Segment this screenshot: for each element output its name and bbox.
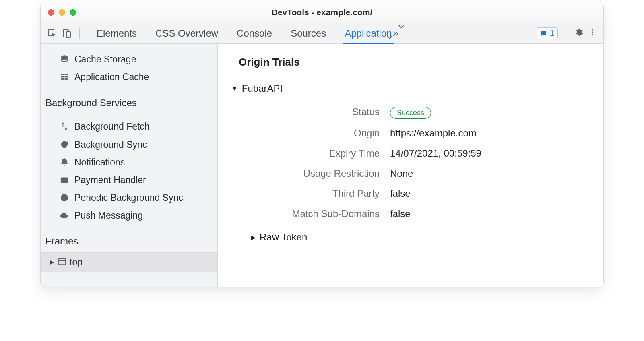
sidebar-label: Push Messaging — [74, 209, 143, 222]
frames-heading: Frames — [41, 229, 217, 252]
credit-card-icon — [59, 175, 70, 185]
settings-button[interactable] — [574, 28, 583, 39]
usage-value: None — [390, 168, 582, 179]
frame-icon — [58, 257, 66, 268]
application-sidebar: Cache Storage Application Cache Backgrou… — [41, 44, 218, 287]
devtools-toolbar: Elements CSS Overview Console Sources Ap… — [41, 23, 603, 44]
sidebar-label: Cache Storage — [74, 53, 136, 66]
sidebar-label: Payment Handler — [74, 174, 146, 186]
third-party-label: Third Party — [251, 188, 380, 199]
device-toggle-icon[interactable] — [62, 29, 71, 38]
expiry-value: 14/07/2021, 00:59:59 — [390, 148, 582, 159]
svg-rect-16 — [58, 258, 66, 264]
sidebar-item-background-fetch[interactable]: Background Fetch — [41, 118, 217, 135]
status-label: Status — [251, 106, 380, 119]
svg-rect-11 — [61, 79, 64, 80]
sidebar-label: Background Fetch — [74, 120, 150, 133]
cache-group: Cache Storage Application Cache — [41, 44, 217, 90]
subdomains-label: Match Sub-Domains — [251, 208, 380, 219]
inspect-element-icon[interactable] — [47, 29, 57, 38]
sidebar-label: Notifications — [74, 156, 125, 169]
svg-point-4 — [592, 31, 593, 33]
raw-token-row[interactable]: ▶ Raw Token — [251, 231, 582, 243]
bell-icon — [59, 157, 70, 167]
svg-rect-13 — [61, 178, 68, 183]
cloud-icon — [59, 211, 70, 220]
svg-rect-10 — [65, 76, 68, 77]
toolbar-divider — [566, 28, 566, 39]
third-party-value: false — [390, 188, 582, 199]
svg-point-3 — [592, 29, 593, 30]
sidebar-label: Background Sync — [74, 138, 147, 151]
sidebar-item-payment-handler[interactable]: Payment Handler — [41, 171, 217, 189]
sync-icon — [59, 140, 70, 149]
background-services-group: Background Fetch Background Sync Notific… — [41, 114, 217, 228]
sidebar-item-background-sync[interactable]: Background Sync — [41, 136, 217, 153]
tab-css-overview[interactable]: CSS Overview — [155, 23, 218, 44]
sidebar-label: Periodic Background Sync — [74, 191, 183, 204]
gear-icon — [574, 28, 583, 37]
origin-value: https://example.com — [390, 128, 582, 139]
svg-point-5 — [592, 34, 593, 35]
trial-name: FubarAPI — [242, 83, 283, 94]
more-tabs-chevron-icon[interactable]: » — [393, 27, 398, 39]
tab-elements[interactable]: Elements — [97, 23, 137, 44]
kebab-icon — [588, 28, 597, 37]
issues-count: 1 — [550, 29, 554, 38]
sidebar-item-push-messaging[interactable]: Push Messaging — [41, 207, 217, 224]
background-services-heading: Background Services — [41, 90, 217, 114]
raw-token-label: Raw Token — [260, 231, 307, 243]
sidebar-item-periodic-sync[interactable]: Periodic Background Sync — [41, 189, 217, 207]
traffic-lights — [48, 9, 76, 16]
database-icon — [59, 54, 70, 64]
expiry-label: Expiry Time — [251, 148, 380, 159]
issues-badge[interactable]: 1 — [537, 27, 558, 39]
expand-triangle-icon[interactable]: ▶ — [251, 234, 256, 241]
sidebar-item-cache-storage[interactable]: Cache Storage — [41, 50, 217, 68]
status-badge: Success — [390, 107, 431, 119]
usage-label: Usage Restriction — [251, 168, 380, 179]
sidebar-label: Application Cache — [74, 70, 149, 83]
subdomains-value: false — [390, 208, 582, 219]
toolbar-divider — [79, 28, 80, 39]
disclosure-triangle-icon[interactable]: ▼ — [231, 85, 238, 92]
origin-trials-panel: Origin Trials ▼ FubarAPI Status Success … — [218, 44, 603, 287]
origin-label: Origin — [251, 128, 380, 139]
svg-rect-9 — [61, 76, 64, 77]
tab-application[interactable]: Application — [345, 23, 392, 44]
tab-sources[interactable]: Sources — [291, 23, 326, 44]
tab-console[interactable]: Console — [237, 23, 272, 44]
svg-rect-2 — [66, 32, 70, 37]
svg-rect-7 — [61, 74, 64, 75]
window-title: DevTools - example.com/ — [41, 8, 603, 17]
frame-top-row[interactable]: ▶ top — [41, 252, 217, 272]
maximize-window-button[interactable] — [70, 9, 76, 16]
fetch-icon — [59, 122, 70, 131]
trial-details: Status Success Origin https://example.co… — [251, 106, 582, 219]
clock-icon — [59, 193, 70, 203]
svg-rect-12 — [65, 79, 68, 80]
titlebar: DevTools - example.com/ — [41, 2, 603, 23]
sidebar-item-notifications[interactable]: Notifications — [41, 153, 217, 171]
expand-triangle-icon[interactable]: ▶ — [50, 258, 54, 266]
panel-body: Cache Storage Application Cache Backgrou… — [41, 44, 603, 287]
devtools-window: DevTools - example.com/ Elements CSS Ove… — [40, 2, 604, 287]
close-window-button[interactable] — [48, 9, 54, 16]
sidebar-item-application-cache[interactable]: Application Cache — [41, 68, 217, 86]
issues-icon — [540, 30, 547, 37]
more-options-button[interactable] — [588, 28, 597, 39]
panel-heading: Origin Trials — [239, 56, 582, 68]
minimize-window-button[interactable] — [59, 9, 65, 16]
grid-icon — [59, 72, 70, 82]
frame-label: top — [70, 257, 83, 268]
svg-rect-8 — [65, 74, 68, 75]
status-value: Success — [390, 106, 582, 119]
trial-expand-row[interactable]: ▼ FubarAPI — [231, 83, 582, 94]
panel-tabs: Elements CSS Overview Console Sources Ap… — [97, 23, 392, 44]
